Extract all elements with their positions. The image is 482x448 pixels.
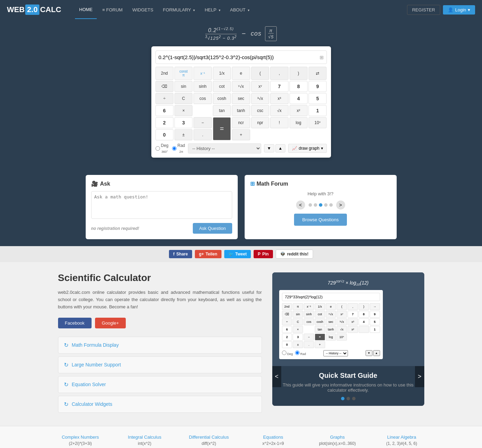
footer-equations-label[interactable]: Equations [244,435,303,440]
qs-btn-4[interactable]: 4 [359,318,369,325]
qs-btn-5[interactable]: 5 [370,318,380,325]
btn-2[interactable]: 2 [155,117,173,128]
qs-btn-x1[interactable]: x⁻¹ [304,303,314,310]
qs-btn-log[interactable]: log [326,334,336,340]
qs-btn-x3[interactable]: x³ [348,318,358,325]
btn-1[interactable]: 1 [309,105,327,116]
btn-swap[interactable]: ⇄ [309,67,327,80]
qs-btn-dot[interactable]: . [304,341,314,348]
feature-equation-solver[interactable]: ↻ Equation Solver [58,376,262,393]
btn-ncr[interactable]: ncr [232,117,250,128]
brand-logo[interactable]: WEB 2.0 CALC [7,4,61,15]
fb-inline-btn[interactable]: Facebook [58,318,92,328]
qs-btn-xy[interactable]: xʸ [337,311,347,318]
qs-btn-2nd[interactable]: 2nd [282,303,292,310]
qs-down-btn[interactable]: ▼ [366,350,372,356]
qs-btn-1x[interactable]: 1/x [315,303,325,310]
btn-equals[interactable]: = [213,117,231,140]
btn-comma[interactable]: , [270,67,288,80]
qs-btn-sin[interactable]: sin [293,311,303,318]
expand-icon[interactable]: ⊞ [320,55,324,60]
btn-log[interactable]: log [290,117,308,128]
btn-mul[interactable]: × [174,105,192,116]
ask-textarea[interactable] [91,191,232,219]
qs-btn-cot[interactable]: cot [315,311,325,318]
footer-differential-label[interactable]: Differential Calculus [180,435,238,440]
nav-forum[interactable]: ≡ FORUM [98,1,127,19]
btn-cot[interactable]: cot [213,81,231,92]
feature-calc-widgets[interactable]: ↻ Calculator Widgets [58,396,262,413]
share-pinterest-btn[interactable]: P Pin [254,250,273,258]
btn-6[interactable]: 6 [155,105,173,116]
share-gplus-btn[interactable]: g+ Teilen [195,250,221,258]
qs-btn-c[interactable]: C [293,318,303,325]
btn-backspace[interactable]: ⌫ [155,81,173,92]
btn-div[interactable]: ÷ [155,93,173,104]
btn-csc[interactable]: csc [251,105,269,116]
btn-tan[interactable]: tan [213,105,231,116]
btn-x3[interactable]: x³ [270,93,288,104]
qs-btn-yr[interactable]: ʸ√x [326,311,336,318]
nav-widgets[interactable]: WIDGETS [128,1,158,19]
btn-sqrt[interactable]: √x [270,105,288,116]
qs-btn-cbr[interactable]: ³√x [337,318,347,325]
btn-cosh[interactable]: cosh [213,93,231,104]
browse-questions-button[interactable]: Browse Questions [294,214,347,226]
qs-btn-cosh[interactable]: cosh [315,318,325,325]
qs-btn-pi[interactable]: π [293,303,303,310]
btn-close-paren[interactable]: ) [290,67,308,80]
qs-btn-pm[interactable]: ± [293,341,303,348]
qs-btn-3[interactable]: 3 [293,334,303,340]
qs-btn-cm[interactable]: , [348,303,358,310]
qs-prev-btn[interactable]: < [272,366,282,387]
share-facebook-btn[interactable]: f Share [169,250,192,258]
rad-radio[interactable] [172,146,177,151]
qs-btn-x2[interactable]: x² [348,326,358,333]
btn-7[interactable]: 7 [270,81,288,92]
share-reddit-btn[interactable]: 👽 reddit this! [276,250,313,259]
deg-radio[interactable] [155,146,160,151]
qs-up-btn[interactable]: ▲ [373,350,380,356]
share-twitter-btn[interactable]: 🐦 Tweet [224,250,251,258]
btn-open-paren[interactable]: ( [251,67,269,80]
qs-btn-div[interactable]: ÷ [282,318,292,325]
nav-help[interactable]: HELP ▾ [200,1,224,19]
deg-option[interactable]: Deg 360° [155,143,169,153]
btn-0[interactable]: 0 [155,129,173,140]
btn-npr[interactable]: npr [251,117,269,128]
draw-graph-button[interactable]: 📈 draw graph ▾ [288,144,327,153]
history-select[interactable]: -- History -- [188,143,261,153]
qs-btn-7[interactable]: 7 [348,311,358,318]
qs-next-btn[interactable]: > [415,366,424,387]
btn-tanh[interactable]: tanh [232,105,250,116]
qs-btn-sec[interactable]: sec [326,318,336,325]
qs-btn-bk[interactable]: ⌫ [282,311,292,318]
scroll-down-btn[interactable]: ▼ [264,144,274,152]
btn-1x[interactable]: 1/x [213,67,231,80]
btn-xy[interactable]: xʸ [251,81,269,92]
btn-ynrootx[interactable]: ʸ√x [232,81,250,92]
btn-cos[interactable]: cos [193,93,211,104]
qs-btn-10x[interactable]: 10ˣ [337,334,347,340]
qs-btn-mul[interactable]: × [293,326,303,333]
footer-linear-label[interactable]: Linear Algebra [372,435,431,440]
btn-minus[interactable]: − [193,117,211,128]
footer-graphs-label[interactable]: Graphs [308,435,367,440]
btn-x-inv[interactable]: x⁻¹ [193,67,211,80]
feature-large-number[interactable]: ↻ Large Number Support [58,356,262,373]
forum-prev-btn[interactable]: < [296,200,305,209]
qs-btn-pls[interactable]: + [315,341,325,348]
g-inline-btn[interactable]: Google+ [95,318,126,328]
footer-integral-label[interactable]: Integral Calculus [115,435,174,440]
btn-sin[interactable]: sin [174,81,192,92]
qs-btn-tan[interactable]: tan [315,326,325,333]
qs-btn-arr[interactable]: → [370,303,380,310]
btn-clear[interactable]: C [174,93,192,104]
feature-math-formula[interactable]: ↻ Math Formula Display [58,337,262,354]
qs-history-select[interactable]: -- History -- [323,350,348,356]
btn-decimal[interactable]: . [193,129,211,140]
btn-4[interactable]: 4 [290,93,308,104]
qs-btn-0[interactable]: 0 [282,341,292,348]
qs-btn-op[interactable]: ( [337,303,347,310]
qs-btn-9[interactable]: 9 [370,311,380,318]
